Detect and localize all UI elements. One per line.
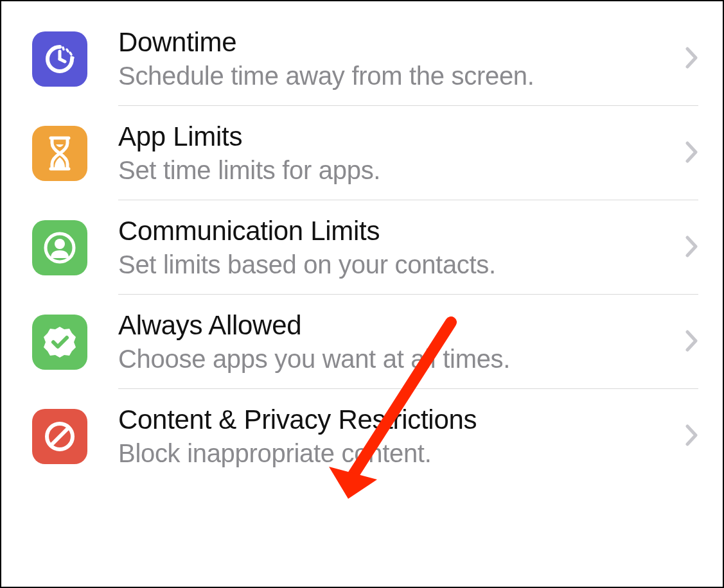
row-text: Downtime Schedule time away from the scr… [118, 27, 675, 91]
row-subtitle: Choose apps you want at all times. [118, 345, 675, 374]
row-title: App Limits [118, 121, 675, 152]
prohibit-icon [32, 409, 87, 464]
contact-icon [32, 220, 87, 275]
chevron-right-icon [685, 330, 698, 354]
row-subtitle: Schedule time away from the screen. [118, 62, 675, 91]
row-text: Content & Privacy Restrictions Block ina… [118, 404, 675, 468]
verified-icon [32, 315, 87, 370]
downtime-icon [32, 31, 87, 87]
row-always-allowed[interactable]: Always Allowed Choose apps you want at a… [1, 295, 723, 389]
row-title: Always Allowed [118, 310, 675, 341]
row-app-limits[interactable]: App Limits Set time limits for apps. [1, 106, 723, 200]
row-text: Always Allowed Choose apps you want at a… [118, 310, 675, 374]
svg-line-1 [67, 49, 68, 51]
chevron-right-icon [685, 236, 698, 260]
svg-line-0 [63, 48, 64, 49]
svg-point-5 [55, 239, 65, 249]
row-downtime[interactable]: Downtime Schedule time away from the scr… [1, 12, 723, 106]
svg-line-7 [51, 428, 69, 445]
row-subtitle: Block inappropriate content. [118, 439, 675, 468]
row-title: Downtime [118, 27, 675, 58]
hourglass-icon [32, 126, 87, 181]
svg-line-2 [70, 53, 71, 55]
settings-list: Downtime Schedule time away from the scr… [1, 12, 723, 483]
svg-line-3 [71, 57, 73, 58]
row-title: Communication Limits [118, 216, 675, 246]
row-text: Communication Limits Set limits based on… [118, 216, 675, 279]
chevron-right-icon [685, 141, 698, 166]
row-title: Content & Privacy Restrictions [118, 404, 675, 435]
chevron-right-icon [685, 47, 698, 71]
chevron-right-icon [685, 424, 698, 449]
row-content-privacy[interactable]: Content & Privacy Restrictions Block ina… [1, 389, 723, 483]
row-subtitle: Set limits based on your contacts. [118, 250, 675, 279]
row-subtitle: Set time limits for apps. [118, 156, 675, 185]
row-text: App Limits Set time limits for apps. [118, 121, 675, 185]
row-communication-limits[interactable]: Communication Limits Set limits based on… [1, 200, 723, 295]
